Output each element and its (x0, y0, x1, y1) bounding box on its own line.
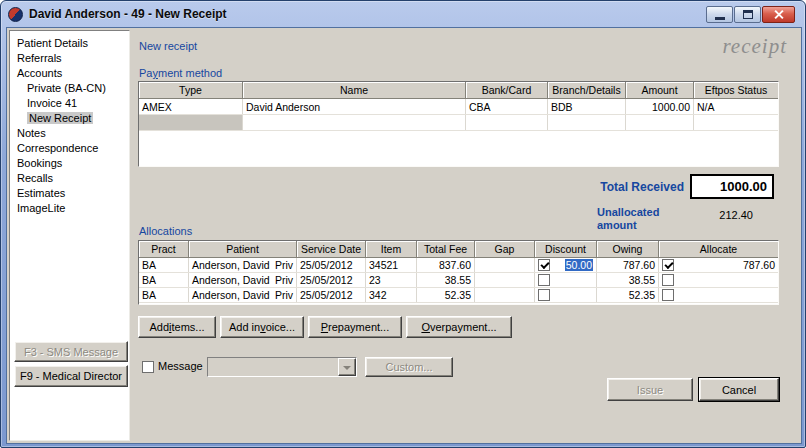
cancel-button[interactable]: Cancel (699, 378, 779, 401)
cell-allocate[interactable] (659, 273, 778, 287)
cell-discount[interactable]: 50.00 (535, 258, 597, 272)
cell-total-fee[interactable]: 837.60 (417, 258, 475, 272)
maximize-icon (743, 10, 753, 19)
col-header-service-date: Service Date (297, 241, 366, 258)
cell-gap[interactable] (475, 273, 535, 287)
medical-director-button[interactable]: F9 - Medical Director (14, 365, 128, 387)
cell-name[interactable]: David Anderson (243, 99, 466, 114)
discount-value[interactable]: 50.00 (565, 259, 593, 271)
col-header-item: Item (366, 241, 417, 258)
discount-checkbox[interactable] (538, 289, 550, 301)
cell-owing[interactable]: 52.35 (597, 288, 659, 302)
app-window: David Anderson - 49 - New Receipt Patien… (0, 0, 806, 448)
discount-checkbox[interactable] (538, 274, 550, 286)
cell-gap[interactable] (475, 258, 535, 272)
cell-eftpos-status[interactable]: N/A (694, 99, 778, 114)
cell-item[interactable]: 23 (366, 273, 417, 287)
payment-new-row[interactable] (139, 115, 778, 131)
cell-eftpos-status-new[interactable] (694, 115, 778, 130)
message-combobox[interactable] (207, 357, 357, 377)
cell-discount[interactable] (535, 288, 597, 302)
cell-service-date[interactable]: 25/05/2012 (297, 273, 366, 287)
payment-method-label: Payment method (139, 67, 222, 79)
allocate-checkbox[interactable] (662, 274, 674, 286)
cell-pract[interactable]: BA (139, 273, 189, 287)
cell-service-date[interactable]: 25/05/2012 (297, 258, 366, 272)
col-header-patient: Patient (189, 241, 297, 258)
close-button[interactable] (762, 6, 795, 23)
payment-row[interactable]: AMEX David Anderson CBA BDB 1000.00 N/A (139, 99, 778, 115)
cell-type[interactable]: AMEX (139, 99, 243, 114)
maximize-button[interactable] (734, 6, 761, 23)
cell-pract[interactable]: BA (139, 288, 189, 302)
sms-message-button[interactable]: F3 - SMS Message (14, 341, 128, 362)
col-header-allocate: Allocate (659, 241, 778, 258)
sidebar-item-invoice-41[interactable]: Invoice 41 (10, 96, 129, 111)
sidebar-item-patient-details[interactable]: Patient Details (10, 36, 129, 51)
patient-nav-tree: Patient Details Referrals Accounts Priva… (10, 31, 129, 216)
col-header-pract: Pract (139, 241, 189, 258)
col-header-bank-card: Bank/Card (466, 82, 548, 99)
allocation-row[interactable]: BA Anderson, DavidPriv 25/05/2012 23 38.… (139, 273, 778, 288)
cell-branch-details[interactable]: BDB (548, 99, 626, 114)
minimize-button[interactable] (706, 6, 733, 23)
prepayment-button[interactable]: Prepayment... (308, 316, 402, 338)
col-header-eftpos-status: Eftpos Status (694, 82, 778, 99)
message-checkbox[interactable] (142, 361, 154, 373)
sidebar-item-bookings[interactable]: Bookings (10, 156, 129, 171)
total-received-field[interactable]: 1000.00 (690, 174, 774, 199)
cell-discount[interactable] (535, 273, 597, 287)
combobox-drop-button[interactable] (338, 358, 356, 376)
cell-owing[interactable]: 787.60 (597, 258, 659, 272)
sidebar-item-correspondence[interactable]: Correspondence (10, 141, 129, 156)
title-bar[interactable]: David Anderson - 49 - New Receipt (1, 1, 805, 27)
client-area: Patient Details Referrals Accounts Priva… (6, 27, 802, 444)
cell-name-new[interactable] (243, 115, 466, 130)
overpayment-button[interactable]: Overpayment... (406, 316, 512, 338)
discount-checkbox[interactable] (538, 259, 550, 271)
cell-pract[interactable]: BA (139, 258, 189, 272)
col-header-type: Type (139, 82, 243, 99)
cell-type-new[interactable] (139, 115, 243, 130)
cell-bank-card-new[interactable] (466, 115, 548, 130)
allocation-row[interactable]: BA Anderson, DavidPriv 25/05/2012 34521 … (139, 258, 778, 273)
allocations-table-header: Pract Patient Service Date Item Total Fe… (139, 241, 778, 258)
unallocated-amount-label: Unallocated amount (597, 206, 659, 232)
issue-button[interactable]: Issue (607, 378, 693, 401)
cell-owing[interactable]: 38.55 (597, 273, 659, 287)
cell-allocate[interactable] (659, 288, 778, 302)
cell-amount-new[interactable] (626, 115, 694, 130)
message-label: Message (158, 360, 203, 372)
cell-item[interactable]: 342 (366, 288, 417, 302)
cell-patient[interactable]: Anderson, DavidPriv (189, 288, 297, 302)
window-title: David Anderson - 49 - New Receipt (29, 7, 227, 21)
allocate-checkbox[interactable] (662, 289, 674, 301)
sidebar-item-private-ba-cn[interactable]: Private (BA-CN) (10, 81, 129, 96)
add-invoice-button[interactable]: Add invoice... (220, 316, 304, 338)
sidebar-item-new-receipt[interactable]: New Receipt (10, 111, 129, 126)
sidebar-item-recalls[interactable]: Recalls (10, 171, 129, 186)
cell-patient[interactable]: Anderson, DavidPriv (189, 258, 297, 272)
minimize-icon (715, 17, 725, 20)
custom-button[interactable]: Custom... (365, 357, 453, 377)
sidebar-item-referrals[interactable]: Referrals (10, 51, 129, 66)
sidebar-item-imagelite[interactable]: ImageLite (10, 201, 129, 216)
add-items-button[interactable]: Add items... (138, 316, 216, 338)
col-header-name: Name (243, 82, 466, 99)
sidebar-item-accounts[interactable]: Accounts (10, 66, 129, 81)
cell-gap[interactable] (475, 288, 535, 302)
sidebar-item-notes[interactable]: Notes (10, 126, 129, 141)
sidebar-item-estimates[interactable]: Estimates (10, 186, 129, 201)
col-header-owing: Owing (597, 241, 659, 258)
cell-item[interactable]: 34521 (366, 258, 417, 272)
cell-service-date[interactable]: 25/05/2012 (297, 288, 366, 302)
cell-total-fee[interactable]: 52.35 (417, 288, 475, 302)
cell-allocate[interactable]: 787.60 (659, 258, 778, 272)
cell-branch-details-new[interactable] (548, 115, 626, 130)
cell-patient[interactable]: Anderson, DavidPriv (189, 273, 297, 287)
cell-bank-card[interactable]: CBA (466, 99, 548, 114)
cell-total-fee[interactable]: 38.55 (417, 273, 475, 287)
cell-amount[interactable]: 1000.00 (626, 99, 694, 114)
allocate-checkbox[interactable] (662, 259, 674, 271)
allocation-row[interactable]: BA Anderson, DavidPriv 25/05/2012 342 52… (139, 288, 778, 303)
